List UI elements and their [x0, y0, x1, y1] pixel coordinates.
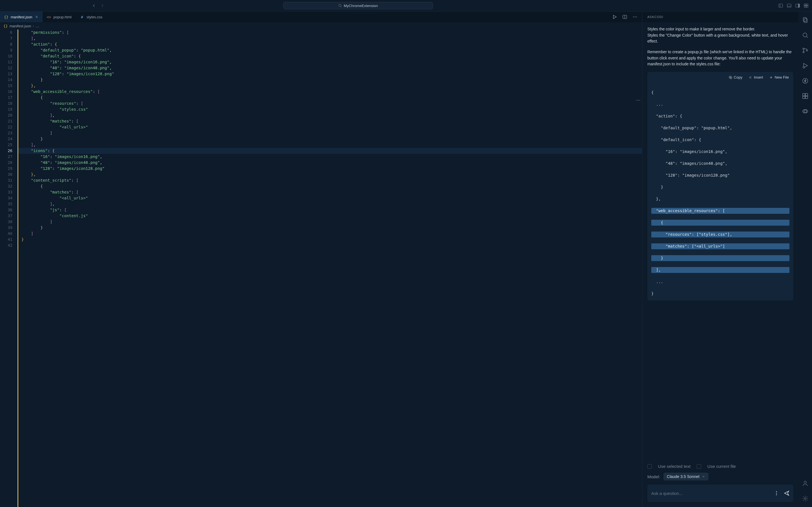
- gear-icon[interactable]: [802, 495, 809, 502]
- plus-icon: [769, 75, 773, 79]
- code-line[interactable]: "content.js": [17, 213, 642, 219]
- code-line[interactable]: ]: [17, 130, 642, 136]
- code-line[interactable]: ]: [17, 231, 642, 237]
- panel-title[interactable]: ASKCODI: [647, 15, 663, 18]
- chat-body: Styles the color input to make it larger…: [642, 22, 799, 462]
- breadcrumb-file: manifest.json: [10, 24, 31, 28]
- title-bar: MyChromeExtension: [0, 0, 812, 11]
- model-selector[interactable]: Claude 3.5 Sonnet: [663, 473, 709, 481]
- tab-popup[interactable]: <> popup.html: [43, 11, 76, 22]
- code-line[interactable]: "icons": {: [17, 148, 642, 154]
- code-line[interactable]: "128": "images/icon128.png": [17, 166, 642, 172]
- svg-rect-6: [798, 4, 800, 7]
- svg-rect-21: [803, 17, 806, 21]
- askcodi-panel: ASKCODI Styles the color input to make i…: [642, 11, 799, 507]
- code-line[interactable]: "<all_urls>": [17, 124, 642, 130]
- tab-label: manifest.json: [11, 15, 33, 19]
- nav-back-icon[interactable]: [91, 3, 96, 8]
- code-line[interactable]: "48": "images/icon48.png",: [17, 160, 642, 166]
- layout-sidebar-right-icon[interactable]: [795, 3, 800, 8]
- run-icon[interactable]: [612, 14, 617, 19]
- code-line[interactable]: ],: [17, 201, 642, 207]
- code-line[interactable]: }: [17, 136, 642, 142]
- code-column: "permissions": [ ], "action": { "default…: [17, 30, 642, 507]
- code-line[interactable]: {: [17, 183, 642, 189]
- code-line[interactable]: ],: [17, 142, 642, 148]
- bolt-icon[interactable]: [802, 77, 809, 84]
- more-icon[interactable]: [632, 14, 638, 19]
- code-line[interactable]: "web_accessible_resources": [: [17, 89, 642, 95]
- code-line[interactable]: "styles.css": [17, 107, 642, 112]
- code-line[interactable]: ],: [17, 36, 642, 41]
- tab-styles[interactable]: # styles.css: [76, 11, 107, 22]
- code-line[interactable]: "resources": [: [17, 101, 642, 107]
- svg-point-28: [803, 78, 808, 83]
- close-icon[interactable]: [35, 15, 39, 19]
- titlebar-left: [3, 3, 110, 8]
- code-line[interactable]: "default_icon": {: [17, 53, 642, 59]
- use-current-file-label: Use current file: [707, 464, 736, 469]
- svg-rect-3: [787, 4, 791, 7]
- tab-manifest[interactable]: {} manifest.json: [0, 11, 43, 22]
- svg-point-24: [803, 48, 804, 50]
- svg-point-0: [339, 4, 341, 6]
- nav-forward-icon[interactable]: [100, 3, 105, 8]
- layout-panel-bottom-icon[interactable]: [786, 3, 792, 8]
- search-icon[interactable]: [802, 32, 809, 39]
- panel-footer: Use selected text Use current file Model…: [642, 462, 799, 507]
- code-line[interactable]: "16": "images/icon16.png",: [17, 154, 642, 160]
- command-center-text: MyChromeExtension: [344, 4, 378, 8]
- command-center[interactable]: MyChromeExtension: [283, 2, 433, 9]
- svg-rect-29: [803, 94, 805, 96]
- codeblock-content[interactable]: { ... "action": { "default_popup": "popu…: [647, 81, 794, 300]
- extensions-icon[interactable]: [802, 93, 809, 100]
- send-icon[interactable]: [784, 490, 790, 496]
- askcodi-icon[interactable]: [802, 108, 809, 115]
- assistant-text-2: Remember to create a popup.js file (whic…: [647, 49, 794, 67]
- code-line[interactable]: }: [17, 225, 642, 231]
- code-line[interactable]: },: [17, 83, 642, 89]
- code-line[interactable]: "48": "images/icon48.png",: [17, 65, 642, 71]
- insert-button[interactable]: Insert: [749, 75, 763, 80]
- svg-point-23: [803, 33, 807, 37]
- svg-point-34: [804, 110, 806, 113]
- activity-bar: [799, 11, 812, 507]
- code-line[interactable]: "content_scripts": [: [17, 177, 642, 183]
- code-line[interactable]: "js": [: [17, 207, 642, 213]
- chevron-right-icon: ›: [33, 24, 34, 28]
- code-line[interactable]: {: [17, 95, 642, 101]
- code-line[interactable]: ]: [17, 219, 642, 225]
- kebab-icon[interactable]: [774, 490, 779, 496]
- copy-icon: [728, 75, 732, 79]
- code-line[interactable]: }: [17, 237, 642, 242]
- layout-panel-left-icon[interactable]: [778, 3, 783, 8]
- new-file-button[interactable]: New File: [769, 75, 789, 80]
- svg-point-18: [776, 491, 777, 492]
- svg-point-33: [803, 110, 808, 113]
- checkbox-selected-text[interactable]: [647, 464, 652, 469]
- breadcrumb[interactable]: {} manifest.json › …: [0, 22, 642, 30]
- account-icon[interactable]: [802, 480, 809, 487]
- nav-arrows: [91, 3, 105, 8]
- code-line[interactable]: "matches": [: [17, 189, 642, 195]
- code-line[interactable]: "128": "images/icon128.png": [17, 71, 642, 77]
- ask-input[interactable]: [651, 491, 774, 496]
- code-editor[interactable]: 6789101112131415161718192021222324252627…: [0, 30, 642, 507]
- split-editor-icon[interactable]: [622, 14, 627, 19]
- copy-button[interactable]: Copy: [728, 75, 742, 80]
- checkbox-current-file[interactable]: [697, 464, 701, 469]
- code-line[interactable]: ],: [17, 112, 642, 118]
- code-line[interactable]: },: [17, 172, 642, 177]
- code-line[interactable]: }: [17, 77, 642, 83]
- code-line[interactable]: "permissions": [: [17, 30, 642, 36]
- code-line[interactable]: "default_popup": "popup.html",: [17, 47, 642, 53]
- run-debug-icon[interactable]: [802, 62, 809, 69]
- layout-customize-icon[interactable]: [804, 3, 809, 8]
- code-line[interactable]: "16": "images/icon16.png",: [17, 59, 642, 65]
- explorer-icon[interactable]: [802, 17, 809, 23]
- code-line[interactable]: "action": {: [17, 41, 642, 47]
- source-control-icon[interactable]: [802, 47, 809, 54]
- code-line[interactable]: "matches": [: [17, 118, 642, 124]
- change-indicator: [17, 30, 18, 507]
- code-line[interactable]: "<all_urls>": [17, 195, 642, 201]
